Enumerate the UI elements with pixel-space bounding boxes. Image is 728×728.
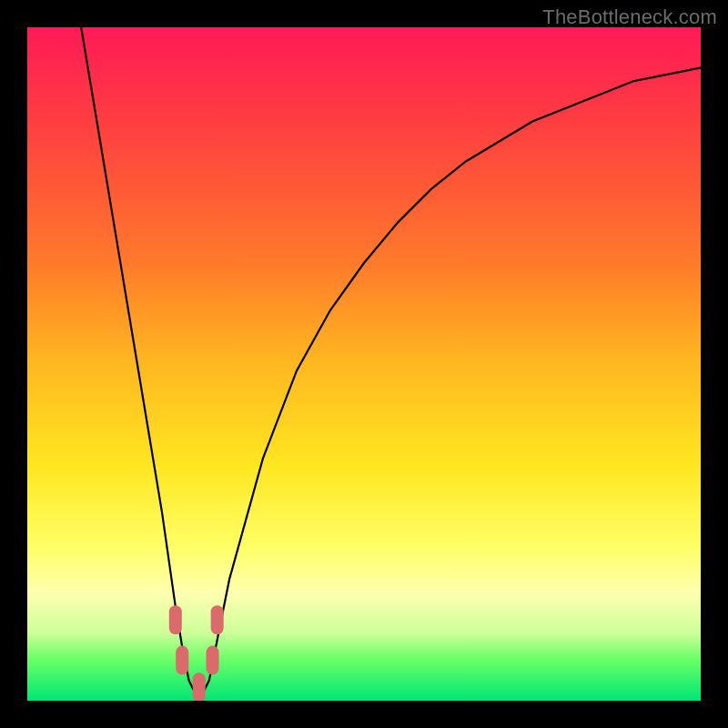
plot-area (27, 27, 701, 701)
watermark-text: TheBottleneck.com (542, 5, 717, 29)
bottleneck-curve (27, 27, 701, 701)
